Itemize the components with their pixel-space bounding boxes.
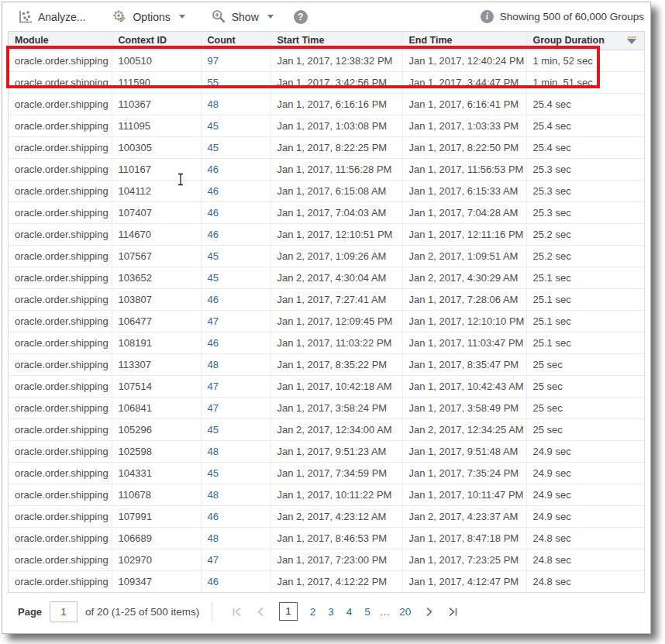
count-link[interactable]: 45 — [208, 120, 219, 132]
count-link[interactable]: 97 — [208, 55, 219, 67]
count-link[interactable]: 48 — [208, 532, 219, 544]
table-row: oracle.order.shipping10411246Jan 1, 2017… — [9, 180, 644, 201]
count-cell: 47 — [201, 549, 270, 570]
pagination-bar: Page of 20 (1-25 of 500 items) 12345…20 — [2, 593, 650, 630]
count-cell: 47 — [201, 310, 270, 332]
column-header-module[interactable]: Module — [9, 32, 112, 50]
count-link[interactable]: 45 — [208, 467, 219, 479]
count-link[interactable]: 47 — [208, 381, 219, 392]
groups-table: Module Context ID Count Start Time End T… — [8, 31, 645, 593]
column-header-count[interactable]: Count — [201, 32, 270, 50]
count-cell: 46 — [201, 505, 270, 527]
count-link[interactable]: 48 — [208, 359, 219, 370]
column-header-end-time[interactable]: End Time — [402, 32, 526, 50]
context-id-cell: 107514 — [112, 375, 201, 397]
group-duration-cell: 25.2 sec — [526, 223, 644, 245]
current-page-indicator[interactable]: 1 — [279, 602, 298, 621]
end-time-cell: Jan 1, 2017, 1:03:33 PM — [402, 115, 526, 136]
start-time-cell: Jan 1, 2017, 7:27:41 AM — [270, 288, 402, 310]
analyze-button[interactable]: Analyze... — [18, 10, 85, 24]
context-id-cell: 103652 — [112, 267, 201, 288]
count-link[interactable]: 47 — [208, 315, 219, 327]
context-id-cell: 103807 — [112, 288, 201, 310]
help-icon[interactable]: ? — [294, 10, 308, 24]
context-id-cell: 107991 — [112, 505, 201, 527]
count-link[interactable]: 46 — [208, 185, 219, 197]
count-cell: 46 — [201, 201, 270, 223]
options-menu-button[interactable]: Options — [112, 9, 184, 24]
end-time-cell: Jan 1, 2017, 8:47:18 PM — [402, 527, 526, 549]
start-time-cell: Jan 1, 2017, 3:58:24 PM — [270, 397, 402, 418]
count-link[interactable]: 45 — [208, 424, 219, 436]
show-menu-button[interactable]: Show — [212, 9, 274, 24]
group-duration-cell: 25.4 sec — [526, 93, 644, 115]
app-window: Analyze... Options — [2, 2, 651, 634]
table-header-row: Module Context ID Count Start Time End T… — [9, 32, 644, 50]
summary-area: i Showing 500 of 60,000 Groups — [481, 10, 644, 23]
start-time-cell: Jan 2, 2017, 4:23:12 AM — [270, 505, 402, 527]
count-cell: 45 — [201, 267, 270, 288]
count-link[interactable]: 46 — [208, 511, 219, 522]
count-link[interactable]: 46 — [208, 337, 219, 349]
start-time-cell: Jan 1, 2017, 6:16:16 PM — [270, 93, 402, 115]
count-link[interactable]: 48 — [208, 489, 219, 501]
count-cell: 48 — [201, 527, 270, 549]
page-number-input[interactable] — [50, 601, 78, 622]
start-time-cell: Jan 1, 2017, 8:46:53 PM — [270, 527, 402, 549]
table-row: oracle.order.shipping10365245Jan 2, 2017… — [9, 267, 644, 288]
count-link[interactable]: 48 — [208, 98, 219, 110]
count-cell: 48 — [201, 353, 270, 375]
group-duration-cell: 25.1 sec — [526, 288, 644, 310]
column-header-start-time[interactable]: Start Time — [270, 32, 402, 50]
column-header-context-id[interactable]: Context ID — [112, 32, 201, 50]
count-link[interactable]: 46 — [208, 207, 219, 219]
module-cell: oracle.order.shipping — [9, 223, 112, 245]
page-link[interactable]: 2 — [310, 606, 316, 618]
count-link[interactable]: 45 — [208, 142, 219, 153]
count-link[interactable]: 45 — [208, 272, 219, 284]
next-page-button[interactable] — [424, 607, 434, 617]
end-time-cell: Jan 1, 2017, 7:28:06 AM — [402, 288, 526, 310]
page-link[interactable]: 5 — [364, 606, 370, 618]
count-link[interactable]: 46 — [208, 229, 219, 240]
start-time-cell: Jan 1, 2017, 10:42:18 AM — [270, 375, 402, 397]
end-time-cell: Jan 1, 2017, 3:44:47 PM — [402, 71, 526, 93]
page-range-text: of 20 (1-25 of 500 items) — [85, 606, 199, 618]
count-link[interactable]: 47 — [208, 402, 219, 414]
module-cell: oracle.order.shipping — [9, 115, 112, 136]
group-duration-cell: 25.3 sec — [526, 201, 644, 223]
page-link[interactable]: 3 — [328, 606, 334, 618]
end-time-cell: Jan 1, 2017, 8:22:50 PM — [402, 136, 526, 158]
group-duration-cell: 25.1 sec — [526, 332, 644, 353]
module-cell: oracle.order.shipping — [9, 93, 112, 115]
count-cell: 47 — [201, 375, 270, 397]
count-link[interactable]: 45 — [208, 250, 219, 262]
count-link[interactable]: 46 — [208, 576, 219, 587]
sort-descending-icon[interactable] — [627, 36, 636, 44]
group-duration-cell: 24.9 sec — [526, 462, 644, 484]
context-id-cell: 113307 — [112, 353, 201, 375]
end-time-cell: Jan 1, 2017, 11:56:53 PM — [402, 158, 526, 180]
count-link[interactable]: 48 — [208, 446, 219, 457]
module-cell: oracle.order.shipping — [9, 136, 112, 158]
end-time-cell: Jan 1, 2017, 10:42:43 AM — [402, 375, 526, 397]
page-link[interactable]: 20 — [399, 606, 411, 618]
module-cell: oracle.order.shipping — [9, 158, 112, 180]
group-duration-cell: 25 sec — [526, 375, 644, 397]
module-cell: oracle.order.shipping — [9, 527, 112, 549]
group-duration-cell: 25.1 sec — [526, 267, 644, 288]
module-cell: oracle.order.shipping — [9, 288, 112, 310]
page-link[interactable]: 4 — [346, 606, 353, 618]
count-link[interactable]: 47 — [208, 554, 219, 566]
start-time-cell: Jan 1, 2017, 6:15:08 AM — [270, 180, 402, 201]
module-cell: oracle.order.shipping — [9, 375, 112, 397]
count-link[interactable]: 46 — [208, 294, 219, 305]
count-link[interactable]: 55 — [208, 77, 219, 88]
count-cell: 45 — [201, 418, 270, 440]
options-label: Options — [133, 11, 170, 23]
scatter-chart-icon — [18, 10, 33, 24]
count-link[interactable]: 46 — [208, 164, 219, 175]
last-page-button[interactable] — [448, 607, 458, 617]
column-header-group-duration[interactable]: Group Duration — [526, 32, 644, 50]
group-duration-cell: 25 sec — [526, 397, 644, 418]
